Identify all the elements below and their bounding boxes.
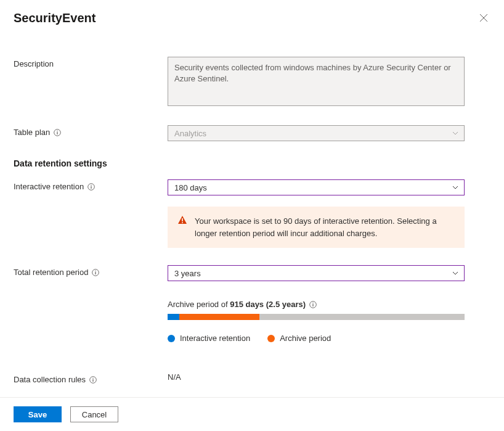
svg-point-9 — [96, 270, 96, 271]
chevron-down-icon — [452, 129, 459, 137]
info-icon[interactable] — [87, 183, 95, 191]
svg-point-4 — [91, 184, 91, 185]
info-icon[interactable] — [92, 269, 99, 276]
info-icon[interactable] — [89, 376, 97, 384]
svg-point-7 — [182, 222, 183, 223]
info-icon[interactable] — [54, 129, 61, 136]
retention-warning: Your workspace is set to 90 days of inte… — [168, 207, 465, 248]
footer-actions: Save Cancel — [0, 397, 504, 431]
archive-period-text: Archive period of 915 days (2.5 years) — [168, 300, 465, 309]
data-collection-rules-label: Data collection rules — [14, 372, 168, 384]
interactive-retention-label: Interactive retention — [14, 179, 168, 191]
total-retention-select[interactable]: 3 years — [168, 265, 465, 281]
retention-section-heading: Data retention settings — [14, 158, 490, 168]
save-button[interactable]: Save — [14, 406, 62, 422]
page-title: SecurityEvent — [14, 11, 96, 25]
interactive-retention-select[interactable]: 180 days — [168, 179, 465, 195]
svg-point-12 — [312, 302, 313, 303]
close-button[interactable] — [477, 11, 490, 26]
warning-icon — [177, 215, 187, 225]
description-label: Description — [14, 57, 168, 68]
svg-rect-2 — [57, 132, 58, 134]
legend-dot-interactive — [168, 335, 175, 342]
svg-rect-16 — [92, 379, 93, 382]
info-icon[interactable] — [309, 301, 317, 308]
svg-point-15 — [92, 377, 93, 378]
description-textarea — [168, 57, 465, 106]
cancel-button[interactable]: Cancel — [70, 406, 118, 422]
legend-dot-archive — [267, 335, 275, 342]
retention-progress-bar — [168, 314, 465, 320]
legend-interactive: Interactive retention — [168, 334, 250, 343]
legend-archive: Archive period — [267, 334, 331, 343]
progress-interactive-segment — [168, 314, 179, 320]
svg-rect-13 — [312, 304, 313, 306]
table-plan-select: Analytics — [168, 125, 465, 141]
svg-rect-10 — [96, 272, 96, 274]
chevron-down-icon — [452, 269, 459, 277]
progress-archive-segment — [179, 314, 259, 320]
total-retention-label: Total retention period — [14, 265, 168, 277]
svg-point-1 — [57, 130, 58, 131]
chevron-down-icon — [452, 184, 459, 191]
retention-legend: Interactive retention Archive period — [168, 334, 465, 343]
table-plan-label: Table plan — [14, 125, 168, 137]
svg-rect-5 — [91, 186, 92, 189]
data-collection-rules-value: N/A — [168, 372, 181, 382]
svg-rect-6 — [182, 218, 183, 221]
close-icon — [479, 15, 488, 24]
